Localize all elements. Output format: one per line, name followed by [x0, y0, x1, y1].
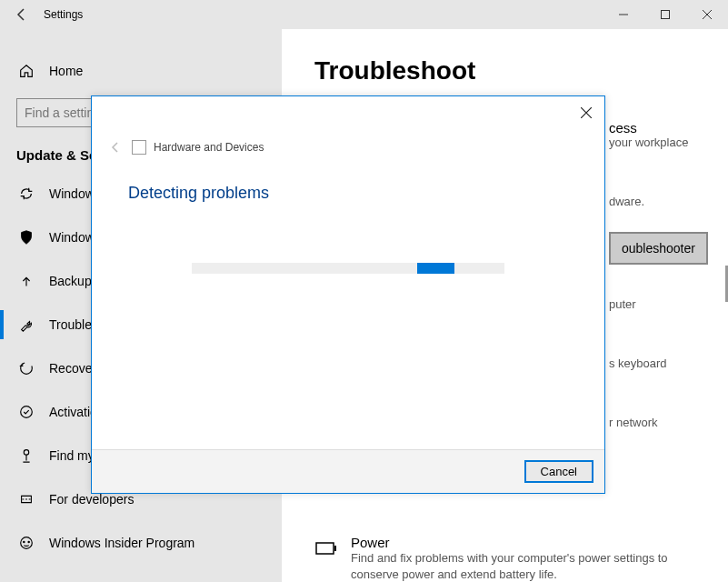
dialog-overlay: Hardware and Devices Detecting problems …	[0, 0, 728, 582]
progress-bar	[192, 263, 504, 274]
progress-fill	[417, 263, 454, 274]
dialog-app-icon	[132, 140, 146, 155]
dialog-breadcrumb: Hardware and Devices	[154, 141, 264, 154]
dialog-close-button[interactable]	[573, 100, 599, 125]
dialog-back-button[interactable]	[106, 138, 125, 156]
dialog-cancel-button[interactable]: Cancel	[524, 460, 593, 483]
troubleshooter-dialog: Hardware and Devices Detecting problems …	[91, 95, 605, 494]
dialog-heading: Detecting problems	[92, 156, 604, 203]
